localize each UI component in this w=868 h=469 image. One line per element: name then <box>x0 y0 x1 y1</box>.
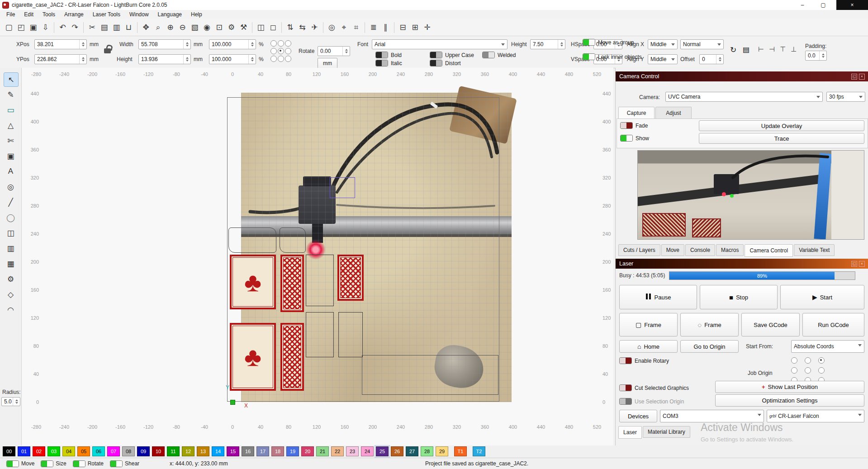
menu-item[interactable]: File <box>2 10 19 19</box>
ungroup-icon[interactable]: ◻ <box>267 21 279 33</box>
sync-icon[interactable]: ↻ <box>730 45 736 55</box>
status-toggle[interactable]: Size <box>41 460 66 467</box>
layer-13[interactable]: 13 <box>197 446 209 456</box>
start-from-dropdown[interactable]: Absolute Coords <box>791 340 864 353</box>
dock-a-icon[interactable]: ⊟ <box>397 21 409 33</box>
send-icon[interactable]: ✈ <box>308 21 321 33</box>
show-toggle[interactable]: Show <box>620 135 649 142</box>
flip-vertical-icon[interactable]: ⇅ <box>284 21 296 33</box>
trace-button[interactable]: Trace <box>699 133 864 144</box>
layer-27[interactable]: 27 <box>406 446 418 456</box>
layer-23[interactable]: 23 <box>346 446 359 456</box>
shape-tool[interactable]: ◇ <box>4 288 18 301</box>
extrude-tool[interactable]: ◫ <box>4 226 18 240</box>
menu-item[interactable]: Tools <box>38 10 60 19</box>
layer-04[interactable]: 04 <box>62 446 75 456</box>
group-icon[interactable]: ◫ <box>255 21 267 33</box>
font-height-field[interactable]: 7.50 <box>530 39 565 49</box>
menu-item[interactable]: Help <box>186 10 207 19</box>
select-tool[interactable]: ↖ <box>4 72 19 87</box>
flip-horizontal-icon[interactable]: ⇆ <box>296 21 308 33</box>
focus-icon[interactable]: ◎ <box>326 21 338 33</box>
layer-12[interactable]: 12 <box>182 446 194 456</box>
layer-29[interactable]: 29 <box>436 446 448 456</box>
pause-button[interactable]: Pause <box>619 285 697 309</box>
menu-item[interactable]: Arrange <box>60 10 88 19</box>
print-icon[interactable]: ▤ <box>743 45 749 54</box>
tab-adjust[interactable]: Adjust <box>655 107 692 119</box>
start-button[interactable]: ▶Start <box>780 285 864 309</box>
layer-T2[interactable]: T2 <box>473 446 485 456</box>
align-top-icon[interactable]: ⊤ <box>780 45 786 53</box>
layer-24[interactable]: 24 <box>361 446 374 456</box>
distribute-h-icon[interactable]: ≣ <box>367 21 379 33</box>
text-tool[interactable]: A <box>4 165 18 178</box>
layer-10[interactable]: 10 <box>152 446 165 456</box>
float-panel-icon[interactable]: ◱ <box>851 74 857 80</box>
camera-dropdown[interactable]: UVC Camera <box>665 92 823 102</box>
save-gcode-button[interactable]: Save GCode <box>741 313 800 336</box>
layer-05[interactable]: 05 <box>77 446 90 456</box>
width-field[interactable]: 55.708 <box>138 39 191 49</box>
port-dropdown[interactable]: COM3 <box>660 410 764 422</box>
go-to-origin-button[interactable]: Go to Origin <box>680 340 739 353</box>
menu-item[interactable]: Edit <box>19 10 38 19</box>
fade-toggle[interactable]: Fade <box>620 122 648 129</box>
layer-08[interactable]: 08 <box>122 446 135 456</box>
move-as-group-toggle[interactable]: Move as group <box>583 39 634 46</box>
radius-field[interactable]: 5.0 <box>1 397 20 406</box>
layer-28[interactable]: 28 <box>421 446 433 456</box>
layer-22[interactable]: 22 <box>331 446 344 456</box>
height-percent-field[interactable]: 100.000 <box>209 54 256 64</box>
optimization-settings-button[interactable]: Optimization Settings <box>715 394 864 407</box>
devices-button[interactable]: Devices <box>619 410 657 422</box>
panel-bottom-tab[interactable]: Laser <box>618 426 642 439</box>
tab-capture[interactable]: Capture <box>618 107 655 119</box>
padding-field[interactable]: 0.0 <box>805 51 827 61</box>
zoom-icon[interactable]: ⌕ <box>152 21 164 33</box>
edit-nodes-tool[interactable]: ▣ <box>4 149 18 163</box>
close-panel-icon[interactable]: × <box>859 74 865 80</box>
layer-20[interactable]: 20 <box>301 446 314 456</box>
dock-tab[interactable]: Camera Control <box>745 244 793 257</box>
upper-case-toggle[interactable]: Upper Case <box>430 52 474 58</box>
menu-item[interactable]: Laser Tools <box>88 10 125 19</box>
close-button[interactable]: × <box>836 0 868 10</box>
arc-tool[interactable]: ◠ <box>4 303 18 317</box>
cut-selected-toggle[interactable]: Cut Selected Graphics <box>619 384 689 391</box>
position-pin-tool[interactable]: ◎ <box>4 180 18 194</box>
close-panel-icon[interactable]: × <box>859 261 865 267</box>
status-toggle[interactable]: Rotate <box>73 460 104 467</box>
offset-field[interactable]: 0 <box>699 54 724 64</box>
layer-14[interactable]: 14 <box>212 446 224 456</box>
layer-03[interactable]: 03 <box>47 446 60 456</box>
dock-b-icon[interactable]: ⊞ <box>409 21 421 33</box>
zoom-in-icon[interactable]: ⊕ <box>164 21 176 33</box>
layer-17[interactable]: 17 <box>256 446 269 456</box>
layer-T1[interactable]: T1 <box>454 446 467 456</box>
welded-toggle[interactable]: Welded <box>482 52 516 58</box>
draw-lines-tool[interactable]: ✎ <box>4 88 18 101</box>
device-settings-icon[interactable]: ⚒ <box>237 21 250 33</box>
layer-11[interactable]: 11 <box>167 446 180 456</box>
menu-item[interactable]: Window <box>125 10 153 19</box>
dock-tab[interactable]: Macros <box>716 244 744 256</box>
settings-gear-icon[interactable]: ⚙ <box>225 21 237 33</box>
preview-icon[interactable]: ⊡ <box>213 21 225 33</box>
crosshair-icon[interactable]: ✛ <box>421 21 433 33</box>
layer-18[interactable]: 18 <box>271 446 284 456</box>
layer-19[interactable]: 19 <box>286 446 299 456</box>
minimize-button[interactable]: – <box>792 0 812 10</box>
text-style-dropdown[interactable]: Normal <box>680 39 724 49</box>
delete-icon[interactable]: ⊔ <box>123 21 135 33</box>
float-panel-icon[interactable]: ◱ <box>851 261 857 267</box>
distort-toggle[interactable]: Distort <box>430 60 461 66</box>
frame-selection-icon[interactable]: ▧ <box>189 21 201 33</box>
layer-07[interactable]: 07 <box>107 446 120 456</box>
menu-item[interactable]: Language <box>153 10 186 19</box>
bold-toggle[interactable]: Bold <box>375 52 402 58</box>
dock-tab[interactable]: Move <box>661 244 684 256</box>
import-icon[interactable]: ⇩ <box>39 21 52 33</box>
height-field[interactable]: 13.936 <box>138 54 191 64</box>
polygon-tool[interactable]: △ <box>4 118 18 132</box>
